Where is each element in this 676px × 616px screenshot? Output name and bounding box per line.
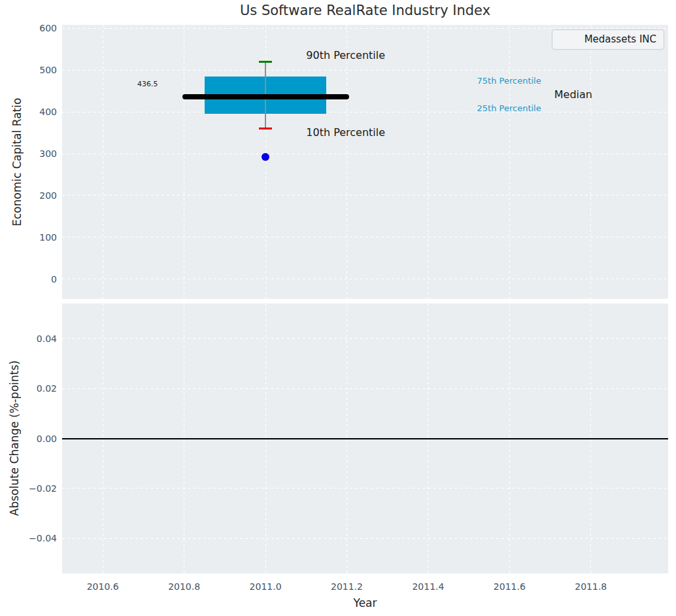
gridline-y-0-02 (62, 488, 668, 488)
y-tick-label-100: 100 (20, 231, 57, 243)
x-axis-label-year: Year (62, 596, 668, 609)
gridline-y-0-04 (62, 338, 668, 339)
legend-label: Medassets INC (584, 34, 656, 45)
y-tick-label-500: 500 (20, 64, 57, 76)
gridline-y-400 (62, 112, 668, 112)
y-tick-label-200: 200 (20, 190, 57, 201)
gridline-y-100 (62, 237, 668, 237)
gridline-x-2011.2 (346, 25, 347, 299)
figure: Us Software RealRate Industry Index Econ… (0, 0, 676, 616)
y-tick-label-300: 300 (20, 148, 57, 160)
y-tick-label-0-02: −0.02 (20, 483, 57, 494)
gridline-y-600 (62, 28, 668, 29)
x-tick-label-2011-6: 2011.6 (482, 581, 537, 592)
median-line (182, 94, 349, 99)
gridline-x-2011.8 (590, 25, 591, 299)
y-tick-label-0-04: −0.04 (20, 532, 57, 544)
gridline-y-200 (62, 195, 668, 196)
y-tick-label-600: 600 (20, 22, 57, 34)
gridline-x-2011.4 (428, 25, 428, 299)
x-tick-label-2010-6: 2010.6 (75, 581, 130, 592)
y-tick-label-0: 0 (20, 273, 57, 285)
bottom-axes (62, 303, 668, 573)
gridline-x-2010.8 (184, 25, 184, 299)
legend: Medassets INC (552, 29, 664, 50)
gridline-x-2011.6 (509, 25, 510, 299)
company-point-medassets (262, 153, 269, 161)
gridline-y-0-04 (62, 538, 668, 539)
gridline-x-2010.6 (103, 25, 103, 299)
annotation-436-5: 436.5 (137, 80, 158, 88)
y-tick-label-0-00: 0.00 (20, 433, 57, 445)
gridline-y-500 (62, 70, 668, 71)
annotation-25th-percentile: 25th Percentile (477, 104, 541, 112)
chart-title: Us Software RealRate Industry Index (62, 3, 668, 18)
gridline-y-0-02 (62, 388, 668, 389)
x-tick-label-2011-2: 2011.2 (320, 581, 375, 592)
gridline-y-0 (62, 279, 668, 279)
whisker-cap-90th-percentile (259, 61, 272, 63)
annotation-75th-percentile: 75th Percentile (477, 77, 541, 85)
x-tick-label-2011-8: 2011.8 (564, 581, 618, 592)
y-tick-label-400: 400 (20, 106, 57, 118)
zero-line (62, 438, 668, 439)
annotation-10th-percentile: 10th Percentile (306, 128, 385, 138)
gridline-y-300 (62, 154, 668, 154)
legend-line-icon (559, 39, 578, 41)
x-tick-label-2010-8: 2010.8 (157, 581, 212, 592)
x-tick-label-2011-4: 2011.4 (401, 581, 456, 592)
y-tick-label-0-04: 0.04 (20, 333, 57, 345)
y-tick-label-0-02: 0.02 (20, 383, 57, 394)
annotation-median: Median (554, 90, 592, 100)
annotation-90th-percentile: 90th Percentile (306, 50, 385, 61)
top-axes: Medassets INC 90th Percentile10th Percen… (62, 25, 668, 299)
x-tick-label-2011-0: 2011.0 (238, 581, 293, 592)
whisker-cap-10th-percentile (259, 128, 272, 129)
